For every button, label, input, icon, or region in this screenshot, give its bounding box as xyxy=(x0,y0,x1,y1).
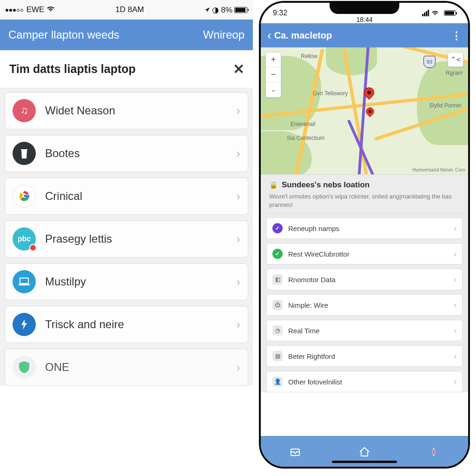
tab-home[interactable] xyxy=(355,443,374,461)
nav-title-right: Ca. macletop xyxy=(274,30,451,41)
tab-inbox[interactable] xyxy=(286,443,304,461)
map-collapse-button[interactable]: ⌃< xyxy=(448,52,463,67)
list-item[interactable]: 👤 Other fotovelnilist › xyxy=(266,371,463,392)
map-label: Rgram xyxy=(446,70,463,76)
chevron-right-icon: › xyxy=(454,224,456,233)
status-time-left: 9:32 xyxy=(273,9,287,17)
chevron-right-icon: › xyxy=(236,189,240,204)
list-item[interactable]: ♫ Widet Neason › xyxy=(5,92,248,129)
section-header: Tim datts liaptis laptop ✕ xyxy=(0,50,253,88)
check-circle-icon: ✓ xyxy=(272,249,283,259)
map-zoom-control: + − ⌄ xyxy=(265,52,281,98)
more-icon[interactable]: ⋮ xyxy=(451,34,462,37)
chevron-right-icon: › xyxy=(236,275,240,289)
back-icon[interactable]: ‹ xyxy=(267,28,271,43)
signal-bars-icon xyxy=(422,10,429,16)
person-icon: 👤 xyxy=(272,377,283,387)
music-icon: ♫ xyxy=(13,99,36,122)
nav-bar-right: ‹ Ca. macletop ⋮ xyxy=(261,23,468,47)
chevron-right-icon: › xyxy=(236,146,240,161)
list-item[interactable]: Crinical › xyxy=(5,178,248,215)
list-item[interactable]: ▤ Beter Rightford › xyxy=(266,345,463,367)
chevron-right-icon: › xyxy=(236,232,240,246)
list-item[interactable]: ✓ Rest WireClubrottor › xyxy=(266,243,463,264)
svg-rect-2 xyxy=(19,284,30,285)
data-icon: ◧ xyxy=(272,274,283,284)
chevron-right-icon: › xyxy=(454,249,456,259)
info-panel: 🔒 Sundees's nebs loation Wiore'l ormotes… xyxy=(261,175,468,214)
left-screen: EWE 1D 8AM ◑ 8% Camper llapton weeds Wni… xyxy=(0,0,253,476)
right-phone-wrap: 9:32 18:44 ‹ Ca. macletop ⋮ xyxy=(253,0,476,476)
highway-shield-icon: 93 xyxy=(423,56,436,68)
status-time-center: 18:44 xyxy=(356,16,372,23)
signal-dots-icon xyxy=(6,5,24,14)
chevron-right-icon: › xyxy=(454,326,456,336)
zoom-expand-button[interactable]: ⌄ xyxy=(266,82,281,97)
list-item[interactable]: ✓ Reneuph namps › xyxy=(266,218,463,239)
svg-rect-0 xyxy=(24,195,29,197)
pbc-icon: pbc xyxy=(13,227,36,251)
list-item[interactable]: ◧ Rnomotor Data › xyxy=(266,269,463,290)
list-item[interactable]: ◔ Real Time › xyxy=(266,320,463,341)
power-icon: ⏻ xyxy=(272,300,283,310)
list-item-label: Nimple: Wire xyxy=(288,301,454,309)
battery-icon xyxy=(444,10,456,16)
zoom-in-button[interactable]: + xyxy=(266,53,281,67)
list-item-label: Trisck and neire xyxy=(45,318,236,331)
home-indicator xyxy=(332,461,397,463)
chevron-right-icon: › xyxy=(454,275,456,284)
info-subtitle: Wiore'l ormotes option's wipa rckinter, … xyxy=(269,192,460,209)
check-circle-icon: ✓ xyxy=(272,223,283,233)
list-right: ✓ Reneuph namps › ✓ Rest WireClubrottor … xyxy=(261,214,468,392)
lock-icon: 🔒 xyxy=(269,181,278,189)
tab-compass[interactable] xyxy=(424,443,443,461)
zoom-out-button[interactable]: − xyxy=(266,67,281,82)
list-item[interactable]: Mustilpy › xyxy=(5,263,248,300)
section-title: Tim datts liaptis laptop xyxy=(9,62,136,76)
list-item-label: Beter Rightford xyxy=(288,352,454,360)
nav-title-left: Camper llapton weeds xyxy=(8,28,119,41)
close-icon[interactable]: ✕ xyxy=(233,61,245,77)
list-item[interactable]: ⏻ Nimple: Wire › xyxy=(266,294,463,316)
list-item-label: Reneuph namps xyxy=(288,225,454,232)
nav-action-left[interactable]: Wnireop xyxy=(203,28,245,41)
chevron-right-icon: › xyxy=(236,360,240,375)
shield-icon xyxy=(13,356,36,379)
list-item[interactable]: Trisck and neire › xyxy=(5,306,248,343)
list-item-label: Crinical xyxy=(45,190,236,203)
laptop-icon xyxy=(13,270,36,293)
list-item[interactable]: ONE › xyxy=(5,349,248,386)
status-right-group xyxy=(422,10,456,16)
list-item-label: Rnomotor Data xyxy=(288,276,454,284)
google-icon xyxy=(13,185,36,208)
cup-icon xyxy=(13,142,36,165)
battery-percent: ◑ 8% xyxy=(212,5,232,15)
bolt-icon xyxy=(13,313,36,336)
chevron-right-icon: › xyxy=(236,104,240,118)
status-time: 1D 8AM xyxy=(115,5,144,14)
map-attribution: Hureversand Nenet. Corn xyxy=(412,167,465,172)
wifi-icon xyxy=(431,10,439,16)
map-container[interactable]: Rellow Gvri Tellowory Enenenall Sia Cont… xyxy=(261,47,468,175)
chevron-right-icon: › xyxy=(236,317,240,332)
status-right-group: ◑ 8% xyxy=(205,5,247,15)
wifi-icon xyxy=(46,5,55,14)
map-pin-icon xyxy=(366,107,374,119)
clock-icon: ◔ xyxy=(272,325,283,336)
svg-rect-1 xyxy=(20,278,28,284)
map-label: Slyfid Ponnin xyxy=(429,102,462,109)
list-item[interactable]: Bootes › xyxy=(5,135,248,172)
chevron-right-icon: › xyxy=(454,377,456,387)
list-item-label: ONE xyxy=(45,361,236,374)
list-item-label: Prasegy lettis xyxy=(45,232,236,245)
map-label: Sia Contectium xyxy=(287,135,324,141)
phone-notch xyxy=(330,3,399,14)
list-left: ♫ Widet Neason › Bootes › Crinical › pbc xyxy=(0,88,253,386)
list-item[interactable]: pbc Prasegy lettis › xyxy=(5,220,248,258)
map-label: Gvri Tellowory xyxy=(313,90,348,97)
battery-icon xyxy=(234,7,247,13)
list-item-label: Bootes xyxy=(45,147,236,160)
map-label: Rellow xyxy=(301,53,317,60)
map-canvas: Rellow Gvri Tellowory Enenenall Sia Cont… xyxy=(261,47,468,174)
map-label: Enenenall xyxy=(291,121,315,127)
